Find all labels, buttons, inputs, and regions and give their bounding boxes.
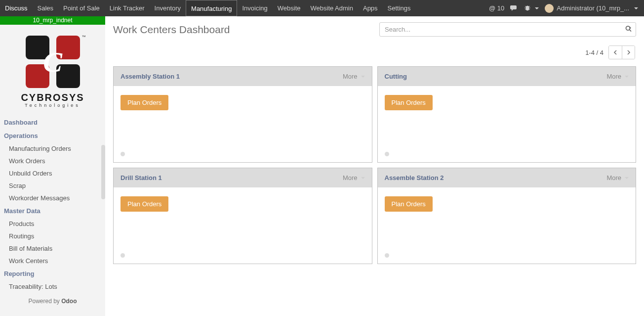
card-title[interactable]: Cutting xyxy=(385,73,407,80)
card-title[interactable]: Assembly Station 1 xyxy=(121,73,180,80)
nav-item-sales[interactable]: Sales xyxy=(33,0,59,16)
sidebar-item-work-centers[interactable]: Work Centers xyxy=(0,255,105,267)
user-label: Administrator (10_mrp_... xyxy=(557,4,629,12)
nav-item-apps[interactable]: Apps xyxy=(358,0,383,16)
top-navbar: DiscussSalesPoint of SaleLink TrackerInv… xyxy=(0,0,644,16)
logo: C ™ CYBROSYS Technologies xyxy=(0,25,105,116)
status-dot xyxy=(121,253,125,258)
more-dropdown[interactable]: More xyxy=(343,73,365,80)
workcenter-card: Cutting More Plan Orders xyxy=(377,66,637,163)
nav-item-invoicing[interactable]: Invoicing xyxy=(237,0,272,16)
sidebar-section-operations[interactable]: Operations xyxy=(0,129,105,142)
plan-orders-button[interactable]: Plan Orders xyxy=(121,196,168,212)
nav-item-website-admin[interactable]: Website Admin xyxy=(306,0,358,16)
search-input[interactable] xyxy=(379,22,636,37)
nav-item-link-tracker[interactable]: Link Tracker xyxy=(105,0,150,16)
page-title: Work Centers Dashboard xyxy=(113,24,230,36)
sidebar-item-workorder-messages[interactable]: Workorder Messages xyxy=(0,192,105,204)
plan-orders-button[interactable]: Plan Orders xyxy=(121,95,168,110)
scrollbar-thumb[interactable] xyxy=(101,145,105,199)
chevron-down-icon xyxy=(625,177,629,179)
pager-next-button[interactable] xyxy=(622,46,635,59)
messages-indicator[interactable]: @ 10 xyxy=(489,4,504,12)
svg-text:+: + xyxy=(629,26,631,29)
nav-item-discuss[interactable]: Discuss xyxy=(0,0,33,16)
workcenter-card: Drill Station 1 More Plan Orders xyxy=(113,168,372,264)
avatar xyxy=(545,4,554,13)
status-dot xyxy=(385,152,389,156)
card-title[interactable]: Drill Station 1 xyxy=(121,174,162,181)
plan-orders-button[interactable]: Plan Orders xyxy=(385,196,433,212)
messages-count: 10 xyxy=(497,4,504,12)
more-dropdown[interactable]: More xyxy=(606,73,629,80)
sidebar-section-master-data[interactable]: Master Data xyxy=(0,204,105,218)
nav-item-website[interactable]: Website xyxy=(273,0,306,16)
status-dot xyxy=(385,253,389,258)
user-menu[interactable]: Administrator (10_mrp_... xyxy=(545,4,638,13)
nav-item-settings[interactable]: Settings xyxy=(383,0,416,16)
sidebar-item-manufacturing-orders[interactable]: Manufacturing Orders xyxy=(0,142,105,155)
sidebar: 10_mrp_indnet C ™ CYBROSYS Technologies … xyxy=(0,16,105,316)
chevron-down-icon xyxy=(361,76,365,78)
sidebar-item-work-orders[interactable]: Work Orders xyxy=(0,155,105,167)
sidebar-item-bill-of-materials[interactable]: Bill of Materials xyxy=(0,242,105,255)
sidebar-item-products[interactable]: Products xyxy=(0,218,105,230)
chevron-down-icon xyxy=(361,177,365,179)
debug-icon[interactable] xyxy=(524,5,539,12)
sidebar-section-dashboard[interactable]: Dashboard xyxy=(0,116,105,129)
workcenter-card: Assemble Station 2 More Plan Orders xyxy=(377,168,637,264)
chat-icon[interactable] xyxy=(510,5,518,12)
sidebar-item-unbuild-orders[interactable]: Unbuild Orders xyxy=(0,167,105,180)
workcenter-card: Assembly Station 1 More Plan Orders xyxy=(113,66,372,163)
nav-item-inventory[interactable]: Inventory xyxy=(150,0,186,16)
powered-by: Powered by Odoo xyxy=(0,293,105,307)
chevron-down-icon xyxy=(535,7,539,9)
pager-text: 1-4 / 4 xyxy=(585,49,604,56)
at-icon: @ xyxy=(489,4,495,12)
more-dropdown[interactable]: More xyxy=(606,174,629,181)
logo-sub: Technologies xyxy=(5,103,100,108)
logo-name: CYBROSYS xyxy=(5,92,100,103)
nav-item-manufacturing[interactable]: Manufacturing xyxy=(186,0,237,16)
sidebar-item-routings[interactable]: Routings xyxy=(0,230,105,242)
sidebar-item-scrap[interactable]: Scrap xyxy=(0,180,105,192)
card-title[interactable]: Assemble Station 2 xyxy=(385,174,444,181)
chevron-down-icon xyxy=(634,7,638,9)
sidebar-item-traceability-lots[interactable]: Traceability: Lots xyxy=(0,280,105,293)
database-name: 10_mrp_indnet xyxy=(0,16,105,25)
nav-item-point-of-sale[interactable]: Point of Sale xyxy=(58,0,105,16)
chevron-down-icon xyxy=(625,76,629,78)
search-icon[interactable]: + xyxy=(625,25,632,34)
pager-prev-button[interactable] xyxy=(609,46,622,59)
plan-orders-button[interactable]: Plan Orders xyxy=(385,95,433,110)
status-dot xyxy=(121,152,125,156)
sidebar-section-reporting[interactable]: Reporting xyxy=(0,267,105,280)
main-content: Work Centers Dashboard + 1-4 / 4 Assembl xyxy=(105,16,644,316)
more-dropdown[interactable]: More xyxy=(343,174,365,181)
svg-line-1 xyxy=(630,30,632,32)
